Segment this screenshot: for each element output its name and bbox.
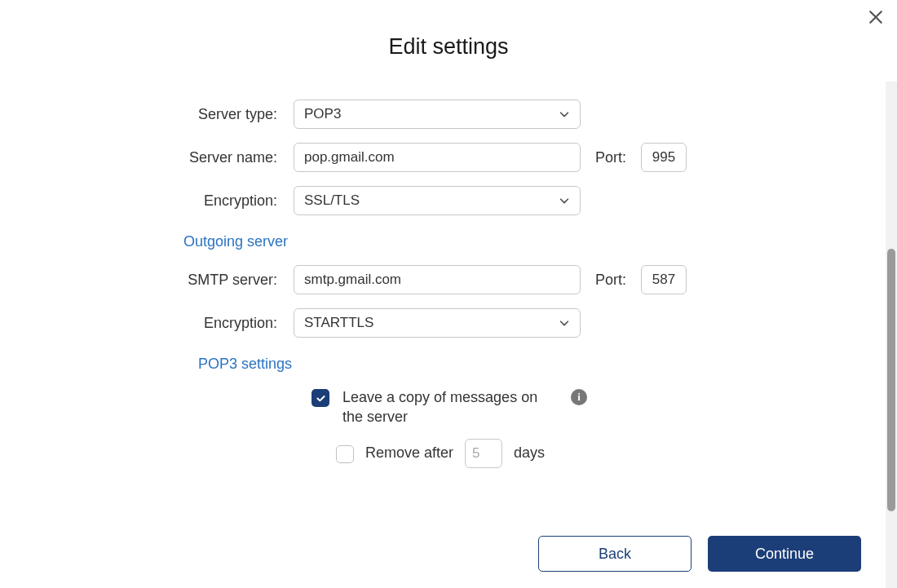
dialog-title: Edit settings xyxy=(0,0,897,60)
outgoing-port-label: Port: xyxy=(595,272,626,289)
chevron-down-icon xyxy=(559,317,570,329)
info-icon[interactable]: i xyxy=(571,389,587,405)
server-name-input[interactable]: pop.gmail.com xyxy=(294,143,581,172)
server-type-label: Server type: xyxy=(0,106,294,123)
incoming-port-label: Port: xyxy=(595,149,626,166)
outgoing-encryption-select[interactable]: STARTTLS xyxy=(294,308,581,338)
incoming-encryption-label: Encryption: xyxy=(0,192,294,210)
leave-copy-label: Leave a copy of messages on the server xyxy=(342,387,555,427)
scrollbar-thumb[interactable] xyxy=(887,249,895,511)
chevron-down-icon xyxy=(559,108,570,120)
incoming-encryption-value: SSL/TLS xyxy=(304,192,360,209)
outgoing-encryption-label: Encryption: xyxy=(0,315,294,332)
outgoing-encryption-value: STARTTLS xyxy=(304,315,373,331)
close-button[interactable] xyxy=(868,10,883,24)
incoming-encryption-select[interactable]: SSL/TLS xyxy=(294,186,581,215)
leave-copy-checkbox[interactable] xyxy=(312,389,329,407)
smtp-server-label: SMTP server: xyxy=(0,272,294,289)
server-type-value: POP3 xyxy=(304,106,341,122)
check-icon xyxy=(316,393,326,404)
remove-after-checkbox[interactable] xyxy=(336,445,354,463)
scrollbar-track[interactable] xyxy=(886,82,897,588)
remove-after-label: Remove after xyxy=(365,444,453,462)
continue-button[interactable]: Continue xyxy=(708,536,861,572)
server-name-label: Server name: xyxy=(0,149,294,166)
back-button[interactable]: Back xyxy=(538,536,692,572)
outgoing-heading: Outgoing server xyxy=(183,233,897,250)
incoming-port-input[interactable]: 995 xyxy=(641,143,687,172)
outgoing-port-input[interactable]: 587 xyxy=(641,265,687,294)
pop3-heading: POP3 settings xyxy=(198,356,897,373)
days-label: days xyxy=(514,444,545,462)
server-type-select[interactable]: POP3 xyxy=(294,99,581,129)
remove-after-days-input[interactable]: 5 xyxy=(465,439,502,468)
close-icon xyxy=(868,10,883,24)
chevron-down-icon xyxy=(559,195,570,206)
smtp-server-input[interactable]: smtp.gmail.com xyxy=(294,265,581,294)
